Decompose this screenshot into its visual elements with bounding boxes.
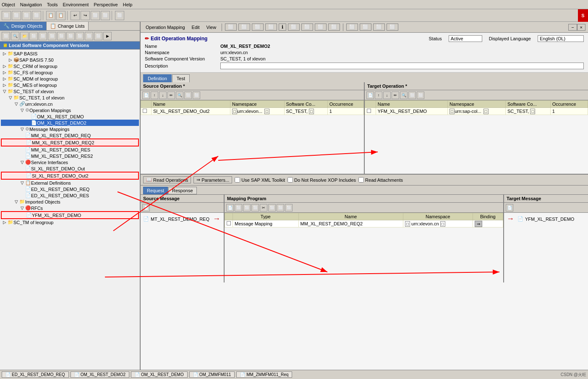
to-btn-6[interactable]: ⬜ — [408, 91, 416, 99]
tree-item-sc-tm[interactable]: ▷ 📁 SC_TM of leogroup — [1, 219, 139, 225]
tree-item-ed2[interactable]: 📄 ED_XL_REST_DEMO_RES — [1, 192, 139, 199]
lt-btn-5[interactable]: ⬜ — [39, 32, 47, 40]
row-chk[interactable] — [143, 109, 147, 113]
rt-btn-8[interactable]: ⬜ — [315, 24, 327, 31]
tree-item-sc-test-1[interactable]: ▽ 📁 SC_TEST, 1 of xlevon — [1, 94, 139, 101]
to-btn-1[interactable]: 📄 — [366, 91, 374, 99]
rt-btn-13[interactable]: ⬜ — [387, 24, 398, 31]
col-sw[interactable]: Software Co... — [284, 101, 327, 108]
tree-item-imported[interactable]: ▽ 📁 Imported Objects — [1, 199, 139, 205]
mp-btn-5[interactable]: ✂ — [260, 204, 267, 212]
lt-btn-1[interactable]: ⬜ — [2, 32, 10, 40]
tree-item-sap-basis[interactable]: ▷ 📁 SAP BASIS — [1, 50, 139, 57]
status-tab-om[interactable]: 📄 OM_XL_REST_DEMO — [131, 371, 188, 378]
tree-item-si1[interactable]: 📄 SI_XL_REST_DEMO_Out — [1, 165, 139, 172]
rt-btn-9[interactable]: ⬜ — [328, 24, 340, 31]
tree-item-svc-ifaces[interactable]: ▽ 🔴 Service Interfaces — [1, 159, 139, 165]
so-btn-4[interactable]: ✏ — [167, 91, 175, 99]
tree-item-sc-fs[interactable]: ▷ 📁 SC_FS of leogroup — [1, 69, 139, 76]
lt-btn-3[interactable]: 📁 — [20, 32, 29, 40]
mp-btn-8[interactable]: ⬜ — [285, 204, 293, 212]
chk-resolve-xop-input[interactable] — [287, 177, 293, 183]
chk-read-attach-input[interactable] — [358, 177, 364, 183]
tree-item-sc-mes[interactable]: ▷ 📁 SC_MES of leogroup — [1, 82, 139, 88]
so-btn-5[interactable]: 🔍 — [176, 91, 183, 99]
mp-btn-6[interactable]: ⬜ — [268, 204, 276, 212]
lt-btn-4[interactable]: ⬜ — [29, 32, 38, 40]
tree-item-si2[interactable]: 📄 SI_XL_REST_DEMO_Out2 — [1, 172, 139, 180]
rt-btn-5[interactable]: ℹ — [279, 24, 286, 31]
rt-btn-1[interactable]: ⬜ — [225, 24, 237, 31]
status-tab-ed[interactable]: 📄 ED_XL_REST_DEMO_REQ — [2, 371, 69, 378]
tab-design-objects[interactable]: 🔧 Design Objects — [0, 22, 47, 30]
status-tab-om2[interactable]: 📄 OM_XL_REST_DEMO2 — [71, 371, 129, 378]
tree-item-msg-mappings[interactable]: ▽ ⚙ Message Mappings — [1, 126, 139, 132]
tab-definition[interactable]: Definition — [143, 74, 172, 82]
tb-btn-4[interactable]: ⬜ — [32, 11, 41, 20]
chk-resolve-xop[interactable]: Do Not Resolve XOP Includes — [287, 177, 356, 183]
mp-col-binding[interactable]: Binding — [473, 213, 503, 220]
edit-menu[interactable]: Edit — [189, 24, 202, 30]
mp-col-name[interactable]: Name — [298, 213, 403, 220]
to-btn-3[interactable]: ↓ — [383, 91, 391, 99]
status-tab-mm[interactable]: 📄 MM_ZMMFM011_Req — [236, 371, 292, 378]
view-menu[interactable]: View — [204, 24, 219, 30]
rt-btn-6[interactable]: ⬜ — [288, 24, 300, 31]
rt-btn-3[interactable]: ⬜ — [252, 24, 264, 31]
lang-input[interactable] — [538, 35, 584, 42]
col-ns2[interactable]: Namespace — [448, 101, 506, 108]
tab-test[interactable]: Test — [172, 74, 190, 82]
chk-sap-xml-input[interactable] — [235, 177, 240, 183]
status-tab-omz[interactable]: 📄 OM_ZMMFM011 — [189, 371, 235, 378]
tree-item-mm1[interactable]: 📄 MM_XL_REST_DEMO_REQ — [1, 132, 139, 139]
so-btn-7[interactable]: ⬜ — [193, 91, 200, 99]
mp-btn-4[interactable]: ⬜ — [251, 204, 259, 212]
sm-btn-1[interactable]: 📄 — [142, 204, 150, 212]
tree-item-mm2[interactable]: 📄 MM_XL_REST_DEMO_REQ2 — [1, 139, 139, 146]
lt-btn-8[interactable]: ⬜ — [66, 32, 75, 40]
menu-environment[interactable]: Environment — [63, 2, 89, 7]
tb-btn-6[interactable]: 📋 — [56, 11, 65, 20]
status-input[interactable] — [449, 35, 482, 42]
mp-col-ns[interactable]: Namespace — [403, 213, 473, 220]
so-btn-2[interactable]: ↑ — [151, 91, 158, 99]
col-name[interactable]: Name — [151, 101, 230, 108]
lt-btn-6[interactable]: ⬜ — [48, 32, 56, 40]
so-btn-1[interactable]: 📄 — [142, 91, 150, 99]
to-btn-7[interactable]: ⬜ — [417, 91, 424, 99]
rt-btn-7[interactable]: ⬜ — [301, 24, 313, 31]
req-tab-request[interactable]: Request — [143, 187, 168, 194]
row-chk2[interactable] — [367, 109, 371, 113]
tree-item-ext-defs[interactable]: ▽ 📋 External Definitions — [1, 180, 139, 186]
tree-item-ed1[interactable]: 📄 ED_XL_REST_DEMO_REQ — [1, 186, 139, 192]
col-ns[interactable]: Namespace — [230, 101, 284, 108]
mp-btn-3[interactable]: ⬜ — [243, 204, 251, 212]
tb-btn-3[interactable]: ⬜ — [22, 11, 31, 20]
col-occ2[interactable]: Occurrence — [550, 101, 588, 108]
tree-item-om2[interactable]: ▷ 📄 OM_XL_REST_DEMO2 — [1, 120, 139, 126]
tree-item-sc-crm[interactable]: ▷ 📁 SC_CRM of leogroup — [1, 63, 139, 69]
to-btn-2[interactable]: ↑ — [375, 91, 382, 99]
col-occ[interactable]: Occurrence — [327, 101, 363, 108]
chk-sap-xml[interactable]: Use SAP XML Toolkit — [235, 177, 285, 183]
tree-item-op-mappings[interactable]: ▽ ⚙ Operation Mappings — [1, 107, 139, 113]
to-btn-4[interactable]: ✏ — [392, 91, 399, 99]
rt-btn-11[interactable]: ⬜ — [360, 24, 371, 31]
tb-btn-7[interactable]: ↩ — [71, 11, 80, 20]
tree-item-sc-mdm[interactable]: ▷ 📁 SC_MDM of leogroup — [1, 76, 139, 82]
req-tab-response[interactable]: Response — [168, 187, 197, 194]
tree-item-sc-test[interactable]: ▽ 📁 SC_TEST of xlevon — [1, 88, 139, 94]
rt-btn-10[interactable]: ⬜ — [346, 24, 358, 31]
menu-tools[interactable]: Tools — [47, 2, 58, 7]
mp-btn-1[interactable]: 📄 — [226, 204, 234, 212]
mp-btn-2[interactable]: ⬜ — [235, 204, 242, 212]
minimize-btn[interactable]: − — [568, 24, 577, 31]
lt-btn-9[interactable]: ⬜ — [76, 32, 84, 40]
description-input[interactable] — [220, 63, 584, 69]
tb-btn-8[interactable]: ↪ — [81, 11, 90, 20]
rt-btn-2[interactable]: ⬜ — [238, 24, 250, 31]
so-btn-6[interactable]: ⬜ — [184, 91, 192, 99]
op-mapping-menu[interactable]: Operation Mapping — [143, 24, 188, 30]
tree-item-rfcs[interactable]: ▽ 🔴 RFCs — [1, 205, 139, 211]
parameters-button[interactable]: ⇒ Parameters... — [193, 176, 232, 183]
